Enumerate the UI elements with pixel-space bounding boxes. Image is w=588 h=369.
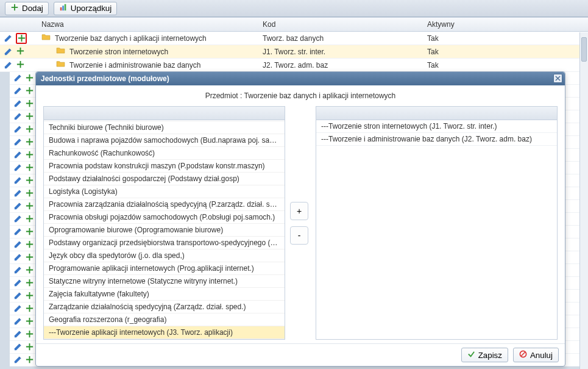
svg-rect-1 xyxy=(62,5,64,10)
edit-icon[interactable] xyxy=(13,342,23,352)
scrollbar-thumb[interactable] xyxy=(581,37,587,62)
add-icon[interactable] xyxy=(25,124,34,134)
table-row[interactable]: Tworzenie stron internetowychJ1. Tworz. … xyxy=(0,45,588,59)
add-icon[interactable] xyxy=(25,227,34,237)
add-icon[interactable] xyxy=(25,176,34,185)
add-icon[interactable] xyxy=(25,355,34,365)
list-item[interactable]: Pracownia zarządzania działalnością sped… xyxy=(44,198,285,211)
row-name-text: Tworzenie baz danych i aplikacji interne… xyxy=(55,34,207,43)
save-button-label: Zapisz xyxy=(478,351,502,360)
add-icon[interactable] xyxy=(25,317,34,326)
list-item[interactable]: Logistyka (Logistyka) xyxy=(44,185,285,198)
add-icon[interactable] xyxy=(16,33,27,44)
page-scrollbar[interactable] xyxy=(579,32,588,369)
dialog-container: Jednostki przedmiotowe (modułowe) Przedm… xyxy=(35,71,565,367)
right-listbox-body[interactable]: ---Tworzenie stron internetowych (J1. Tw… xyxy=(316,120,557,339)
edit-icon[interactable] xyxy=(13,355,23,365)
left-listbox-header xyxy=(44,107,285,120)
row-actions xyxy=(0,33,38,44)
edit-icon[interactable] xyxy=(13,163,23,173)
add-icon[interactable] xyxy=(25,304,34,313)
edit-icon[interactable] xyxy=(13,214,23,224)
transfer-buttons: + - xyxy=(290,106,311,340)
left-listbox: Bezpieczeństwo pracy (Bezp.pracy)Technik… xyxy=(43,106,285,340)
list-item[interactable]: Pracownia obsługi pojazdów samochodowych… xyxy=(44,211,285,224)
edit-icon[interactable] xyxy=(13,150,23,160)
add-to-right-button[interactable]: + xyxy=(290,202,308,220)
add-icon[interactable] xyxy=(16,60,26,71)
add-button[interactable]: Dodaj xyxy=(5,2,49,15)
add-icon[interactable] xyxy=(25,214,34,224)
edit-icon[interactable] xyxy=(13,99,23,109)
add-icon[interactable] xyxy=(25,240,34,249)
add-icon[interactable] xyxy=(25,99,34,109)
edit-icon[interactable] xyxy=(13,304,23,313)
add-icon[interactable] xyxy=(25,342,34,352)
list-item[interactable]: Rachunkowość (Rachunkowość) xyxy=(44,147,285,160)
add-icon[interactable] xyxy=(25,73,34,83)
list-item[interactable]: Geografia rozszerzona (r_geografia) xyxy=(44,313,285,326)
list-item[interactable]: Techniki biurowe (Techniki biurowe) xyxy=(44,121,285,134)
edit-icon[interactable] xyxy=(13,291,23,301)
add-icon[interactable] xyxy=(25,278,34,288)
edit-icon[interactable] xyxy=(13,265,23,275)
edit-icon[interactable] xyxy=(13,86,23,96)
list-item[interactable]: Programowanie aplikacji internetowych (P… xyxy=(44,262,285,275)
plus-icon xyxy=(10,3,19,13)
edit-icon[interactable] xyxy=(13,227,23,237)
table-row[interactable]: Tworzenie baz danych i aplikacji interne… xyxy=(0,32,588,45)
edit-icon[interactable] xyxy=(4,34,13,43)
cancel-button[interactable]: Anuluj xyxy=(513,348,559,362)
dialog-subject: Przedmiot : Tworzenie baz danych i aplik… xyxy=(36,85,565,106)
list-item[interactable]: Pracownia podstaw konstrukcji maszyn (P.… xyxy=(44,160,285,173)
save-button[interactable]: Zapisz xyxy=(461,348,508,362)
list-item[interactable]: Język obcy dla spedytorów (j.o. dla sped… xyxy=(44,249,285,262)
add-icon[interactable] xyxy=(25,329,34,339)
row-actions xyxy=(10,86,38,96)
add-icon[interactable] xyxy=(25,86,34,96)
edit-icon[interactable] xyxy=(13,176,23,185)
edit-icon[interactable] xyxy=(13,73,23,83)
grid-header: Nazwa Kod Aktywny xyxy=(0,17,588,32)
edit-icon[interactable] xyxy=(13,278,23,288)
list-item[interactable]: Podstawy organizacji przedsiębiorstwa tr… xyxy=(44,237,285,249)
edit-icon[interactable] xyxy=(13,201,23,211)
edit-icon[interactable] xyxy=(13,124,23,134)
list-item[interactable]: ---Tworzenie i administrowanie baz danyc… xyxy=(316,133,557,146)
list-item[interactable]: Oprogramowanie biurowe (Oprogramowanie b… xyxy=(44,224,285,237)
remove-from-right-button[interactable]: - xyxy=(290,226,308,245)
add-icon[interactable] xyxy=(16,46,26,57)
table-row[interactable]: Tworzenie i administrowanie baz danychJ2… xyxy=(0,59,588,72)
dialog-titlebar[interactable]: Jednostki przedmiotowe (modułowe) xyxy=(36,72,565,85)
add-icon[interactable] xyxy=(25,188,34,198)
list-item[interactable]: ---Tworzenie aplikacji internetowych (J3… xyxy=(44,326,285,339)
left-listbox-body[interactable]: Bezpieczeństwo pracy (Bezp.pracy)Technik… xyxy=(44,120,285,339)
edit-icon[interactable] xyxy=(13,112,23,121)
add-icon[interactable] xyxy=(25,265,34,275)
edit-icon[interactable] xyxy=(13,329,23,339)
add-icon[interactable] xyxy=(25,291,34,301)
add-icon[interactable] xyxy=(25,163,34,173)
dialog-close-button[interactable] xyxy=(553,74,562,83)
list-item[interactable]: Zarządzanie działalnością spedycyjną (Za… xyxy=(44,301,285,313)
sort-button[interactable]: Uporządkuj xyxy=(54,2,117,15)
list-item[interactable]: ---Tworzenie stron internetowych (J1. Tw… xyxy=(316,120,557,133)
edit-icon[interactable] xyxy=(4,47,13,57)
list-item[interactable]: Podstawy działalności gospodarczej (Pods… xyxy=(44,173,285,185)
edit-icon[interactable] xyxy=(13,240,23,249)
list-item[interactable]: Zajęcia fakultatywne (fakultety) xyxy=(44,288,285,301)
edit-icon[interactable] xyxy=(13,317,23,326)
list-item[interactable]: Budowa i naprawa pojazdów samochodowych … xyxy=(44,134,285,147)
add-icon[interactable] xyxy=(25,201,34,211)
edit-icon[interactable] xyxy=(4,60,13,70)
add-icon[interactable] xyxy=(25,112,34,121)
add-icon[interactable] xyxy=(25,150,34,160)
add-icon[interactable] xyxy=(25,137,34,147)
right-listbox: ---Tworzenie stron internetowych (J1. Tw… xyxy=(316,106,558,340)
add-icon[interactable] xyxy=(25,253,34,262)
row-code: J2. Tworz. adm. baz xyxy=(259,61,423,70)
edit-icon[interactable] xyxy=(13,253,23,262)
edit-icon[interactable] xyxy=(13,188,23,198)
edit-icon[interactable] xyxy=(13,137,23,147)
list-item[interactable]: Statyczne witryny internetowe (Statyczne… xyxy=(44,275,285,288)
